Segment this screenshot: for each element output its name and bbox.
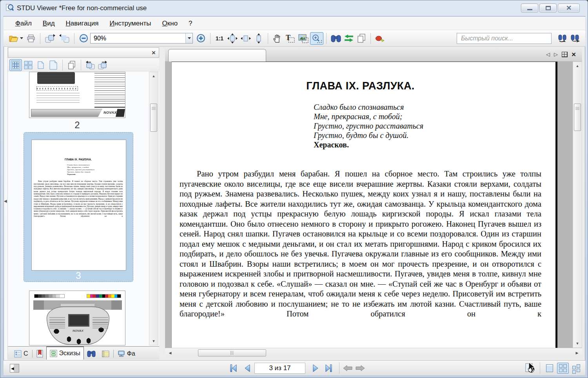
copy-pages-button[interactable] xyxy=(355,32,368,45)
text-select-icon: T xyxy=(285,34,295,43)
view-grid-button[interactable] xyxy=(9,59,22,71)
view-large-page-button[interactable] xyxy=(47,59,60,71)
image-select-tool-button[interactable] xyxy=(297,32,310,45)
tab-close-button[interactable]: × xyxy=(572,51,576,58)
maximize-button[interactable] xyxy=(539,4,557,13)
menu-file[interactable]: Файл xyxy=(10,18,37,29)
history-forward-button[interactable] xyxy=(355,363,366,374)
find-next-button[interactable] xyxy=(569,32,581,45)
previous-page-icon xyxy=(243,363,252,373)
tab-files[interactable]: Фа xyxy=(114,348,138,360)
scroll-up-button[interactable]: ▲ xyxy=(573,62,582,70)
import-page-button[interactable] xyxy=(57,32,71,45)
highlight-tool-button[interactable] xyxy=(374,32,387,45)
scroll-up-button[interactable]: ▲ xyxy=(149,72,158,80)
layout-grid-button[interactable] xyxy=(557,363,569,374)
zoom-level-input[interactable] xyxy=(91,35,185,42)
hide-panel-button[interactable]: ◀ xyxy=(10,364,19,373)
layout-single-page-button[interactable] xyxy=(544,363,555,374)
document-horizontal-scrollbar[interactable]: ◀ ▶ xyxy=(165,348,582,357)
fit-page-button[interactable] xyxy=(226,32,239,45)
epigraph-line: Грустно, грустно расставаться xyxy=(314,121,541,131)
menu-navigation[interactable]: Навигация xyxy=(60,18,104,29)
thumbnail-page-4[interactable]: NOVAX xyxy=(29,291,125,345)
view-two-pages-button[interactable] xyxy=(22,59,34,71)
panel-close-button[interactable]: × xyxy=(149,49,159,56)
tab-scroll-left-button[interactable]: ◁ xyxy=(546,51,550,57)
compare-pages-button[interactable] xyxy=(343,32,355,45)
hand-icon xyxy=(272,34,282,43)
close-button[interactable]: ✕ xyxy=(558,4,580,13)
mini-chapter-title: ГЛАВА IX. РАЗЛУКА. xyxy=(34,158,123,161)
next-page-button[interactable] xyxy=(310,363,321,374)
previous-page-button[interactable] xyxy=(242,363,253,374)
document-area: ◁ ▷ × ГЛАВА IX. РАЗЛУКА. Сладко было спо… xyxy=(165,47,582,360)
close-icon: ✕ xyxy=(566,5,572,11)
scrollbar-thumb[interactable] xyxy=(150,104,157,132)
copy-pages-icon xyxy=(357,34,366,43)
tab-scroll-right-button[interactable]: ▷ xyxy=(554,51,558,57)
history-back-button[interactable] xyxy=(342,363,353,374)
menu-tools[interactable]: Инструменты xyxy=(104,18,157,29)
menu-window[interactable]: Окно xyxy=(157,18,183,29)
scroll-down-button[interactable]: ▼ xyxy=(149,337,158,345)
import-page-icon xyxy=(59,34,70,43)
document-tab[interactable] xyxy=(168,49,266,62)
thumbnails-scrollbar[interactable]: ▲ ▼ xyxy=(149,72,158,345)
zoom-dropdown-caret xyxy=(188,37,191,39)
zoom-out-button[interactable] xyxy=(77,32,90,45)
print-button[interactable] xyxy=(25,32,37,45)
zoom-select-icon xyxy=(312,34,322,43)
tab-separator xyxy=(113,350,114,358)
page4-color-strip xyxy=(87,294,121,298)
tab-contents[interactable]: С xyxy=(11,348,31,360)
document-viewport[interactable]: ГЛАВА IX. РАЗЛУКА. Сладко было спознават… xyxy=(165,62,582,348)
scrollbar-grip xyxy=(575,107,579,111)
hand-tool-button[interactable] xyxy=(271,32,283,45)
first-page-icon xyxy=(229,363,238,373)
scrollbar-thumb[interactable] xyxy=(198,349,266,356)
copy-page-button[interactable] xyxy=(65,59,78,71)
open-file-button[interactable] xyxy=(7,32,25,45)
menu-view[interactable]: Вид xyxy=(37,18,60,29)
first-page-button[interactable] xyxy=(228,363,239,374)
rotate-right-icon xyxy=(97,60,108,70)
panel-collapse-gutter[interactable]: ◀ xyxy=(4,47,8,360)
thumbnail-page-2[interactable]: NOVAX xyxy=(29,72,125,118)
find-previous-button[interactable] xyxy=(556,32,569,45)
quick-search-input[interactable] xyxy=(457,33,552,44)
rotate-right-button[interactable] xyxy=(96,59,109,71)
actual-size-button[interactable]: 1:1 xyxy=(213,32,226,45)
tab-thumbnails[interactable]: Эскизы xyxy=(46,346,84,360)
layout-continuous-button[interactable] xyxy=(570,363,582,374)
tab-bookmarks[interactable] xyxy=(33,348,46,360)
last-page-button[interactable] xyxy=(323,363,334,374)
tab-search[interactable] xyxy=(84,348,99,360)
page2-text-lines-right xyxy=(94,73,125,105)
zoom-select-tool-button[interactable] xyxy=(310,32,323,45)
scroll-left-button[interactable]: ◀ xyxy=(166,349,174,357)
scrollbar-thumb[interactable] xyxy=(574,104,581,131)
hide-panel-icon: ◀ xyxy=(11,366,14,371)
page4-control-panel: NOVAX xyxy=(47,307,109,345)
tab-pages-list[interactable] xyxy=(99,348,113,360)
menu-help[interactable]: ? xyxy=(183,18,198,29)
page2-warning-box xyxy=(36,86,78,91)
export-page-button[interactable] xyxy=(43,32,57,45)
rotate-left-button[interactable] xyxy=(84,59,96,71)
zoom-dropdown-button[interactable] xyxy=(185,33,192,43)
fit-width-button[interactable] xyxy=(239,32,252,45)
thumbnail-page-3-selected[interactable]: ГЛАВА IX. РАЗЛУКА. Сладко было спознават… xyxy=(24,132,133,282)
find-button[interactable] xyxy=(329,32,343,45)
tab-list-button[interactable] xyxy=(562,52,568,57)
view-small-page-button[interactable] xyxy=(34,59,47,71)
document-vertical-scrollbar[interactable]: ▲ ▼ xyxy=(573,62,582,348)
scroll-down-button[interactable]: ▼ xyxy=(573,340,582,347)
next-page-icon xyxy=(311,363,320,373)
text-select-tool-button[interactable]: T xyxy=(283,32,297,45)
minimize-button[interactable] xyxy=(521,4,538,13)
scroll-right-button[interactable]: ▶ xyxy=(573,349,581,357)
page-indicator[interactable] xyxy=(254,363,305,374)
fit-height-button[interactable] xyxy=(252,32,265,45)
zoom-in-button[interactable] xyxy=(194,32,207,45)
